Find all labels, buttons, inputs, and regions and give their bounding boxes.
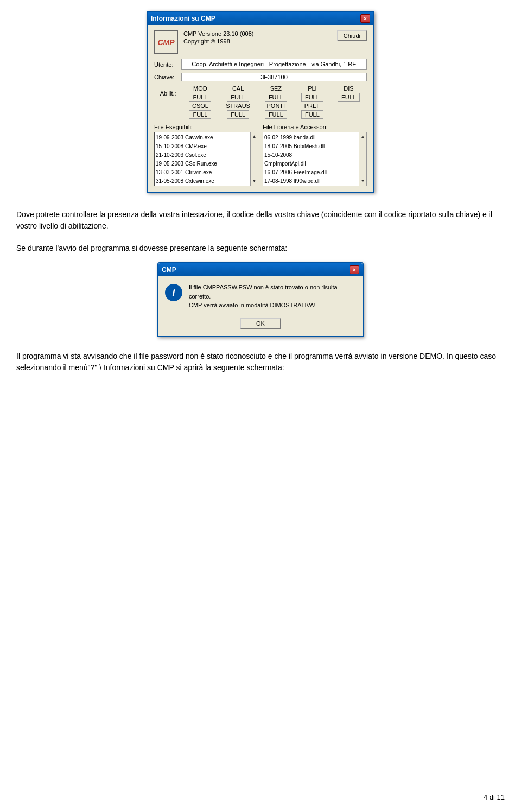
abilities-header-row1: Abilit.: MOD CAL SEZ PLI DIS [154,85,367,92]
dialog-top-row: CMP CMP Versione 23.10 (008) Copyright ®… [154,30,367,54]
lib-item: 06-02-1999 banda.dll [264,134,365,142]
col-ponti: PONTI [258,102,294,110]
abilities-section: Abilit.: MOD CAL SEZ PLI DIS FULL FULL F… [154,85,367,119]
abilities-table: Abilit.: MOD CAL SEZ PLI DIS FULL FULL F… [154,85,367,119]
utente-row: Utente: Coop. Architetti e Ingegneri - P… [154,59,367,70]
badge-cal: FULL [218,92,257,102]
lib-item: 18-07-2005 BobiMesh.dll [264,142,365,151]
dialog-titlebar: Informazioni su CMP × [148,12,373,25]
abilities-row1: FULL FULL FULL FULL FULL [154,92,367,102]
version-info: CMP Versione 23.10 (008) Copyright ® 199… [183,30,332,46]
col-mod: MOD [182,85,218,92]
scrollbar-lib[interactable]: ▲ ▼ [359,132,366,186]
cmp-error-titlebar: CMP × [158,263,363,276]
version-line1: CMP Versione 23.10 (008) [183,30,332,37]
file-item: 31-05-2008 Cxfcwin.exe [156,177,257,186]
utente-label: Utente: [154,61,181,68]
scroll-down-arrow[interactable]: ▼ [251,177,258,186]
col-pli: PLI [294,85,331,92]
file-item: 15-10-2008 CMP.exe [156,142,257,151]
page-number: 4 di 11 [484,793,505,801]
files-eseguibili-col: File Eseguibili: 19-09-2003 Cavwin.exe 1… [154,124,258,186]
lib-item: 15-10-2008 [264,151,365,160]
files-libreria-inner: 06-02-1999 banda.dll 18-07-2005 BobiMesh… [264,134,365,186]
error-line1: Il file CMPPASSW.PSW non è stato trovato… [189,283,356,301]
col-pref: PREF [294,102,331,110]
chiave-row: Chiave: 3F387100 [154,73,367,81]
body-paragraph-2: Il programma vi sta avvisando che il fil… [16,351,505,373]
ok-button[interactable]: OK [240,318,281,329]
body-paragraph-1: Dove potrete controllare la presenza del… [16,209,505,232]
utente-value: Coop. Architetti e Ingegneri - Progettaz… [181,59,367,70]
empty-cell2 [331,110,367,119]
lib-item: 16-07-2006 FreeImage.dll [264,168,365,177]
files-eseguibili-label: File Eseguibili: [154,124,258,130]
scrollbar[interactable]: ▲ ▼ [250,132,258,186]
file-item: 19-05-2003 CSolRun.exe [156,160,257,168]
badge-dis: FULL [331,92,367,102]
dialog-body: CMP CMP Versione 23.10 (008) Copyright ®… [148,25,373,192]
error-line2: CMP verrà avviato in modalità DIMOSTRATI… [189,301,356,310]
chiave-label: Chiave: [154,74,181,80]
cmp-error-text: Il file CMPPASSW.PSW non è stato trovato… [189,283,356,310]
files-eseguibili-inner: 19-09-2003 Cavwin.exe 15-10-2008 CMP.exe… [156,134,257,186]
files-eseguibili-list[interactable]: 19-09-2003 Cavwin.exe 15-10-2008 CMP.exe… [154,132,258,186]
col-empty2 [331,102,367,110]
file-item: 13-03-2001 Ctriwin.exe [156,168,257,177]
file-item: 19-09-2003 Cavwin.exe [156,134,257,142]
col-straus: STRAUS [218,102,257,110]
chiudi-button[interactable]: Chiudi [337,30,367,41]
cmp-error-dialog: CMP × i Il file CMPPASSW.PSW non è stato… [157,262,364,337]
lib-item: 26-02-2005 [264,186,365,186]
abilit-label: Abilit.: [154,85,182,102]
cmp-error-row: i Il file CMPPASSW.PSW non è stato trova… [165,283,356,310]
file-item: 21-10-2003 Csol.exe [156,151,257,160]
cmp-error-title: CMP [162,266,176,274]
version-line2: Copyright ® 1998 [183,38,332,45]
col-dis: DIS [331,85,367,92]
dialog-close-icon[interactable]: × [360,14,370,23]
lib-item: 17-08-1998 lf90wiod.dll [264,177,365,186]
col-sez: SEZ [258,85,294,92]
file-item: 11-10-2008 cxfcwin40.exe [156,186,257,186]
badge-pli: FULL [294,92,331,102]
badge-mod: FULL [182,92,218,102]
dialog-title: Informazioni su CMP [151,15,215,22]
ok-btn-row: OK [165,318,356,329]
files-libreria-list[interactable]: 06-02-1999 banda.dll 18-07-2005 BobiMesh… [263,132,367,186]
badge-csol: FULL [182,110,218,119]
badge-pref: FULL [294,110,331,119]
cmp-logo: CMP [154,30,178,54]
cmp-info-dialog: Informazioni su CMP × CMP CMP Versione 2… [147,11,374,193]
chiave-value: 3F387100 [181,73,367,81]
info-icon: i [165,284,182,301]
col-csol: CSOL [182,102,218,110]
badge-straus: FULL [218,110,257,119]
files-libreria-col: File Libreria e Accessori: 06-02-1999 ba… [263,124,367,186]
col-empty [154,102,182,110]
scroll-up-arrow[interactable]: ▲ [251,132,258,141]
lib-item: CmpImportApi.dll [264,160,365,168]
badge-ponti: FULL [258,110,294,119]
files-libreria-label: File Libreria e Accessori: [263,124,367,130]
empty-cell [154,110,182,119]
section-label: Se durante l'avvio del programma si dove… [16,243,505,254]
scroll-down-arrow-lib[interactable]: ▼ [360,177,366,186]
abilities-header-row2: CSOL STRAUS PONTI PREF [154,102,367,110]
abilities-row2: FULL FULL FULL FULL [154,110,367,119]
badge-sez: FULL [258,92,294,102]
cmp-error-close-icon[interactable]: × [350,265,359,274]
col-cal: CAL [218,85,257,92]
files-section: File Eseguibili: 19-09-2003 Cavwin.exe 1… [154,124,367,186]
cmp-error-body: i Il file CMPPASSW.PSW non è stato trova… [158,276,363,336]
scroll-up-arrow-lib[interactable]: ▲ [360,132,366,141]
